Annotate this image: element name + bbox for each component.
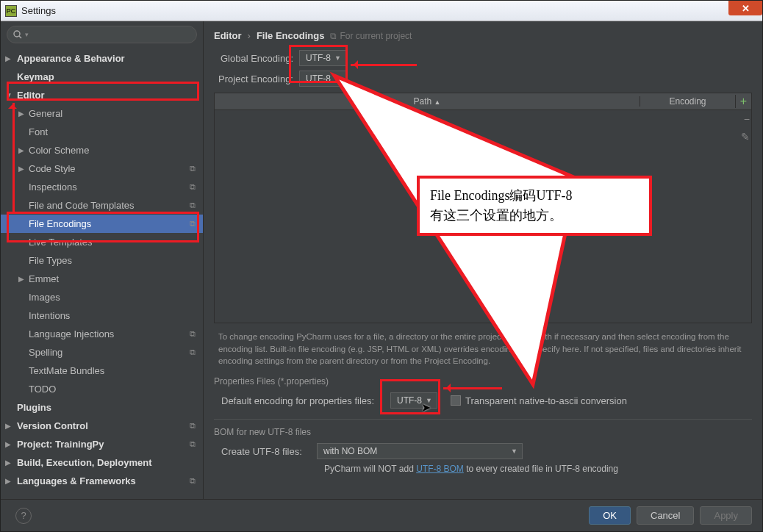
remove-button[interactable]: −: [744, 113, 750, 125]
encoding-table-header: Path ▲ Encoding +: [214, 93, 752, 110]
sidebar-item-label: Intentions: [29, 310, 70, 321]
sidebar-item-plugins[interactable]: Plugins: [1, 398, 203, 417]
bom-combo[interactable]: with NO BOM▼: [317, 443, 523, 459]
annotation-vline: [12, 103, 15, 213]
main-panel: Editor › File Encodings ⧉For current pro…: [204, 21, 762, 499]
tree-arrow-icon: ▶: [5, 477, 11, 485]
sidebar-item-label: Spelling: [29, 347, 62, 358]
tree-arrow-icon: ▶: [18, 146, 24, 154]
sidebar-item-label: Plugins: [17, 402, 51, 413]
sidebar-item-label: TextMate Bundles: [29, 365, 104, 376]
sidebar-item-label: Language Injections: [29, 328, 114, 339]
annotation-editor-row: [7, 82, 199, 101]
search-icon: [13, 30, 22, 39]
annotation-props-combo: [380, 379, 440, 414]
scope-icon: ⧉: [190, 348, 196, 357]
tree-arrow-icon: ▶: [5, 459, 11, 467]
sidebar-item-label: Emmet: [29, 273, 59, 284]
scope-icon: ⧉: [190, 182, 196, 192]
close-button[interactable]: ✕: [728, 1, 762, 15]
tree-arrow-icon: ▶: [5, 54, 11, 62]
sidebar-item-version-control[interactable]: ▶Version Control⧉: [1, 417, 203, 435]
sidebar-item-textmate-bundles[interactable]: TextMate Bundles: [1, 362, 203, 380]
sidebar-item-label: Project: TrainingPy: [17, 439, 104, 450]
sidebar-item-label: Color Scheme: [29, 145, 89, 156]
settings-window: PC Settings ✕ ▾ ▶Appearance & BehaviorKe…: [0, 0, 763, 532]
bom-label: Create UTF-8 files:: [221, 446, 317, 457]
copy-icon: ⧉: [330, 31, 337, 41]
sidebar-item-label: Font: [29, 126, 48, 137]
transparent-ascii-checkbox[interactable]: [451, 395, 461, 406]
sidebar-item-color-scheme[interactable]: ▶Color Scheme: [1, 141, 203, 159]
ok-button[interactable]: OK: [589, 506, 631, 525]
search-input[interactable]: ▾: [7, 26, 197, 43]
sidebar-item-label: Languages & Frameworks: [17, 475, 136, 486]
annotation-arrowhead: [8, 100, 17, 109]
annotation-encoding-combos: [289, 45, 348, 83]
sidebar-item-general[interactable]: ▶General: [1, 104, 203, 123]
sidebar-item-label: Version Control: [17, 420, 88, 431]
sidebar-item-emmet[interactable]: ▶Emmet: [1, 270, 203, 288]
tree-arrow-icon: ▶: [5, 440, 11, 448]
sidebar-item-label: File and Code Templates: [29, 200, 135, 211]
annotation-callout: File Encodings编码UTF-8 有这三个设置的地方。: [417, 176, 652, 236]
crumb-editor[interactable]: Editor: [214, 30, 242, 41]
utf8-bom-link[interactable]: UTF-8 BOM: [416, 464, 464, 474]
sidebar-item-language-injections[interactable]: Language Injections⧉: [1, 325, 203, 343]
scope-icon: ⧉: [190, 201, 196, 210]
transparent-ascii-label: Transparent native-to-ascii conversion: [465, 395, 627, 406]
settings-tree: ▶Appearance & BehaviorKeymap▼Editor▶Gene…: [1, 46, 203, 499]
sidebar-item-images[interactable]: Images: [1, 288, 203, 306]
titlebar: PC Settings ✕: [1, 1, 762, 21]
scope-icon: ⧉: [190, 164, 196, 173]
sidebar-item-label: Inspections: [29, 181, 77, 193]
sidebar-item-code-style[interactable]: ▶Code Style⧉: [1, 159, 203, 178]
chevron-right-icon: ›: [248, 30, 251, 41]
sidebar-item-font[interactable]: Font: [1, 123, 203, 141]
scope-icon: ⧉: [190, 329, 196, 339]
scope-label: ⧉For current project: [330, 31, 412, 41]
tree-arrow-icon: ▶: [18, 165, 24, 173]
col-encoding[interactable]: Encoding: [640, 96, 735, 107]
dialog-footer: ? OK Cancel Apply: [1, 499, 762, 531]
sidebar-item-label: File Types: [29, 255, 72, 266]
help-text: To change encoding PyCharm uses for a fi…: [218, 331, 748, 367]
cancel-button[interactable]: Cancel: [637, 506, 694, 525]
svg-line-1: [19, 36, 21, 38]
annotation-arrow-1: [351, 64, 417, 66]
add-button[interactable]: +: [735, 95, 751, 108]
properties-section-label: Properties Files (*.properties): [214, 376, 752, 387]
sidebar-item-todo[interactable]: TODO: [1, 380, 203, 398]
tree-arrow-icon: ▶: [5, 422, 11, 430]
crumb-file-encodings: File Encodings: [257, 30, 324, 41]
sidebar-item-project-trainingpy[interactable]: ▶Project: TrainingPy⧉: [1, 435, 203, 453]
scope-icon: ⧉: [190, 439, 196, 449]
apply-button[interactable]: Apply: [700, 506, 752, 525]
sidebar-item-label: Images: [29, 292, 60, 303]
app-icon: PC: [5, 5, 17, 17]
edit-button[interactable]: ✎: [741, 131, 750, 143]
help-button[interactable]: ?: [15, 508, 32, 524]
annotation-file-encodings-row: [7, 212, 199, 242]
properties-encoding-label: Default encoding for properties files:: [221, 395, 390, 406]
sidebar-item-inspections[interactable]: Inspections⧉: [1, 178, 203, 196]
breadcrumb: Editor › File Encodings ⧉For current pro…: [214, 30, 752, 41]
sidebar-item-languages-frameworks[interactable]: ▶Languages & Frameworks⧉: [1, 472, 203, 490]
tree-arrow-icon: ▶: [18, 275, 24, 283]
bom-section-label: BOM for new UTF-8 files: [214, 427, 752, 437]
sidebar-item-spelling[interactable]: Spelling⧉: [1, 343, 203, 362]
sidebar-item-label: Appearance & Behavior: [17, 53, 125, 64]
sidebar-item-appearance-behavior[interactable]: ▶Appearance & Behavior: [1, 49, 203, 68]
col-path[interactable]: Path ▲: [215, 96, 640, 107]
global-encoding-label: Global Encoding:: [214, 53, 299, 64]
sidebar-item-label: Keymap: [17, 71, 54, 82]
sidebar-item-intentions[interactable]: Intentions: [1, 306, 203, 325]
bom-note: PyCharm will NOT add UTF-8 BOM to every …: [324, 464, 752, 474]
sidebar-item-file-types[interactable]: File Types: [1, 251, 203, 270]
annotation-arrow-2: [443, 387, 502, 389]
chevron-down-icon: ▼: [511, 447, 517, 455]
scope-icon: ⧉: [190, 421, 196, 431]
tree-arrow-icon: ▶: [18, 109, 24, 118]
sidebar-item-build-execution-deployment[interactable]: ▶Build, Execution, Deployment: [1, 453, 203, 472]
svg-point-0: [14, 31, 20, 37]
